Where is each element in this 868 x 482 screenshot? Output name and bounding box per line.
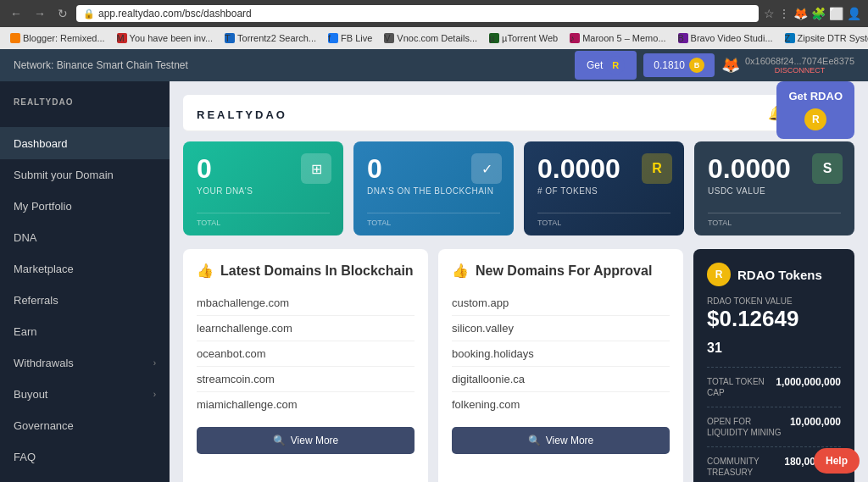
bookmark-gmail[interactable]: M You have been inv... (112, 31, 218, 45)
network-right: Get R 0.1810 B 🦊 0x16068f24...7074Ee8375… (575, 51, 854, 80)
window-icon[interactable]: ⬜ (829, 7, 843, 20)
sidebar-label-faq: FAQ (14, 451, 36, 463)
wallet-info: 0x16068f24...7074Ee8375 DISCONNECT (745, 56, 854, 75)
rdao-stat-cap: TOTAL TOKEN CAP 1,000,000,000 (707, 376, 841, 398)
card-icon-blockchain: ✓ (471, 153, 502, 184)
sidebar-item-dna[interactable]: DNA (0, 222, 170, 253)
approval-domains-list: custom.app silicon.valley booking.holida… (452, 291, 670, 417)
approval-view-more-button[interactable]: 🔍 View More (452, 427, 670, 454)
card-label-dnas: YOUR DNA'S (197, 186, 330, 196)
address-bar[interactable]: 🔒 app.realtydao.com/bsc/dashboard (76, 5, 759, 22)
sidebar-item-submit-domain[interactable]: Submit your Domain (0, 159, 170, 191)
sidebar-item-dashboard[interactable]: Dashboard (0, 128, 170, 159)
get-rdao-float-button[interactable]: Get RDAO R (776, 81, 854, 139)
bookmark-torrentz[interactable]: T Torrentz2 Search... (220, 31, 321, 45)
chevron-withdrawals-icon: › (153, 358, 156, 368)
view-more-label: View More (291, 435, 338, 446)
card-footer-dnas: TOTAL (197, 213, 330, 227)
stats-cards: ⊞ 0 YOUR DNA'S TOTAL ✓ 0 DNA'S ON THE BL… (183, 141, 854, 235)
bookmark-vnoc[interactable]: V Vnoc.com Details... (379, 31, 482, 45)
rdao-stat-liquidity: OPEN FOR LIQUIDITY MINING 10,000,000 (707, 416, 841, 438)
card-footer-tokens: TOTAL (537, 213, 670, 227)
card-usdc: S 0.0000 USDC VALUE TOTAL (694, 141, 854, 235)
card-label-usdc: USDC VALUE (708, 186, 841, 196)
bookmark-favicon-8: B (678, 33, 688, 43)
card-your-dnas: ⊞ 0 YOUR DNA'S TOTAL (183, 141, 343, 235)
approval-domains-icon: 👍 (452, 263, 469, 279)
chevron-buyout-icon: › (153, 390, 156, 399)
latest-domains-list: mbachallenge.com learnchallenge.com ocea… (197, 291, 415, 417)
rdao-community-label: COMMUNITY TREASURY (707, 456, 783, 478)
bookmark-label-2: You have been inv... (130, 33, 213, 43)
rdao-title: RDAO Tokens (737, 268, 822, 282)
latest-view-more-button[interactable]: 🔍 View More (197, 427, 415, 454)
url-text: app.realtydao.com/bsc/dashboard (98, 8, 252, 19)
bookmark-favicon-1 (10, 33, 20, 43)
sidebar-item-proposal[interactable]: Proposal (0, 473, 170, 482)
bookmark-label-3: Torrentz2 Search... (237, 33, 316, 43)
bookmark-favicon-5: V (384, 33, 394, 43)
card-footer-blockchain: TOTAL (367, 213, 500, 227)
avatar-icon[interactable]: 👤 (847, 7, 861, 20)
back-button[interactable]: ← (7, 5, 25, 22)
bookmark-blogger[interactable]: Blogger: Remixed... (5, 31, 110, 45)
rdao-divider-1 (707, 367, 841, 368)
get-button[interactable]: Get R (575, 51, 637, 80)
rdao-circle-icon: R (707, 263, 731, 286)
bookmark-zipsite[interactable]: Z Zipsite DTR System (780, 31, 868, 45)
approval-item-5: folkening.com (452, 392, 670, 417)
card-icon-usdc: S (812, 153, 843, 184)
sidebar-item-withdrawals[interactable]: Withdrawals › (0, 347, 170, 379)
star-browser-icon[interactable]: ☆ (764, 7, 775, 20)
rdao-cap-value: 1,000,000,000 (776, 376, 841, 388)
bookmark-bravo[interactable]: B Bravo Video Studi... (673, 31, 778, 45)
approval-item-2: silicon.valley (452, 316, 670, 341)
latest-domains-icon: 👍 (197, 263, 214, 279)
sidebar-label-governance: Governance (14, 419, 74, 432)
panels-row: 👍 Latest Domains In Blockchain mbachalle… (183, 249, 854, 482)
rdao-badge-nav: R (606, 56, 625, 75)
domain-item-5: miamichallenge.com (197, 392, 415, 417)
sidebar-item-portfolio[interactable]: My Portfolio (0, 191, 170, 222)
domain-item-1: mbachallenge.com (197, 291, 415, 316)
get-rdao-float-label: Get RDAO (788, 90, 843, 102)
disconnect-label[interactable]: DISCONNECT (745, 66, 854, 75)
sidebar-nav: Dashboard Submit your Domain My Portfoli… (0, 128, 170, 482)
sidebar-label-buyout: Buyout (14, 388, 47, 401)
search-icon: 🔍 (273, 435, 286, 446)
sidebar-item-buyout[interactable]: Buyout › (0, 379, 170, 410)
sidebar-item-earn[interactable]: Earn (0, 316, 170, 347)
sidebar-label-referrals: Referrals (14, 294, 58, 307)
get-label: Get (587, 59, 603, 71)
rdao-divider-3 (707, 446, 841, 447)
bnb-icon: B (689, 58, 704, 73)
bookmark-favicon-3: T (225, 33, 235, 43)
balance-button[interactable]: 0.1810 B (643, 53, 715, 77)
approval-item-1: custom.app (452, 291, 670, 316)
bookmark-maroon5[interactable]: ♪ Maroon 5 – Memo... (565, 31, 670, 45)
app-header: REALTYDAO 🔔 Mr1pp3r ▾ (183, 95, 854, 131)
rdao-liquidity-value: 10,000,000 (790, 416, 841, 428)
browser-actions: ☆ ⋮ 🦊 🧩 ⬜ 👤 (764, 7, 861, 20)
rdao-cap-label: TOTAL TOKEN CAP (707, 376, 776, 398)
card-label-tokens: # OF TOKENS (537, 186, 670, 196)
sidebar-item-referrals[interactable]: Referrals (0, 285, 170, 316)
more-icon[interactable]: ⋮ (778, 7, 790, 20)
sidebar-label-dna: DNA (14, 231, 36, 244)
content-area: REALTYDAO 🔔 Mr1pp3r ▾ ⊞ 0 YOUR DNA'S TOT… (170, 81, 868, 482)
sidebar-item-faq[interactable]: FAQ (0, 441, 170, 473)
network-label: Network: Binance Smart Chain Testnet (14, 59, 188, 71)
bookmark-label-9: Zipsite DTR System (798, 33, 868, 43)
refresh-button[interactable]: ↻ (54, 5, 71, 22)
forward-button[interactable]: → (31, 5, 49, 22)
wallet-address: 0x16068f24...7074Ee8375 (745, 56, 854, 66)
bookmark-fblive[interactable]: f FB Live (323, 31, 377, 45)
bookmark-utorrent[interactable]: µ µTorrent Web (484, 31, 563, 45)
sidebar-item-marketplace[interactable]: Marketplace (0, 253, 170, 285)
help-button[interactable]: Help (814, 448, 860, 474)
sidebar-item-governance[interactable]: Governance (0, 410, 170, 441)
rdao-tokens-panel: R RDAO Tokens RDAO TOKEN VALUE $0.12649 … (693, 249, 854, 482)
card-label-blockchain: DNA'S ON THE BLOCKCHAIN (367, 186, 500, 196)
bookmark-label-8: Bravo Video Studi... (691, 33, 773, 43)
bookmark-favicon-7: ♪ (570, 33, 580, 43)
